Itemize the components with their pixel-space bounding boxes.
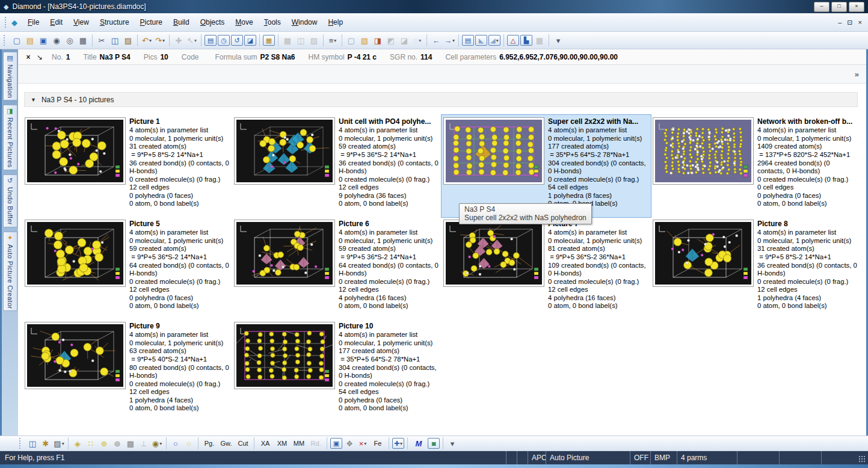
- picture-viewer-icon[interactable]: ▨▾: [53, 438, 65, 449]
- next-picture-icon[interactable]: →▾: [443, 35, 455, 46]
- copy-picture-icon[interactable]: ◨: [372, 35, 384, 46]
- spectrum-view-icon[interactable]: ▙: [520, 35, 532, 46]
- toolbar-grip[interactable]: [19, 438, 22, 449]
- goto-row-icon[interactable]: ↘: [34, 53, 46, 61]
- sidebar-tab-auto-picture-creator[interactable]: ✦Auto Picture Creator: [3, 232, 17, 312]
- powder-pattern-icon[interactable]: △: [507, 35, 519, 46]
- sidebar-tab-recent-pictures[interactable]: ◨Recent Pictures: [3, 105, 17, 170]
- coordination-tool-dropdown-icon[interactable]: ▾: [159, 441, 162, 446]
- toolbar-overflow-icon[interactable]: ▾: [552, 35, 564, 46]
- picture-item-6[interactable]: Picture 64 atom(s) in parameter list0 mo…: [232, 217, 442, 319]
- navigation-pane-icon[interactable]: ▤: [205, 35, 217, 46]
- polyhedra-tool-icon[interactable]: ◈: [72, 438, 84, 449]
- sidebar-tab-navigation[interactable]: ▤Navigation: [3, 52, 17, 100]
- maximize-button[interactable]: □: [831, 2, 847, 12]
- new-picture-icon[interactable]: ▧: [359, 35, 371, 46]
- atom-query-tool-icon[interactable]: ⊚: [111, 438, 123, 449]
- collapse-arrow-icon[interactable]: ▼: [31, 97, 36, 103]
- picture-item-9[interactable]: Picture 94 atom(s) in parameter list0 mo…: [23, 319, 232, 422]
- menu-build[interactable]: Build: [168, 16, 195, 28]
- menu-tools[interactable]: Tools: [259, 16, 286, 28]
- orientation-tool-icon[interactable]: ❖: [343, 438, 356, 449]
- split-view-2-dropdown-icon[interactable]: ▾: [496, 38, 499, 43]
- picture-history-dropdown-icon[interactable]: ▾: [419, 38, 421, 43]
- split-view-2-icon[interactable]: ◢▾: [488, 35, 500, 46]
- table-pane-icon[interactable]: ▦: [263, 35, 275, 46]
- xm-button-button[interactable]: XM: [274, 438, 290, 449]
- menu-window[interactable]: Window: [286, 16, 323, 28]
- report-view-icon[interactable]: ▤: [462, 35, 474, 46]
- menu-view[interactable]: View: [68, 16, 94, 28]
- picture-pane-icon[interactable]: ◪: [244, 35, 256, 46]
- menu-picture[interactable]: Picture: [135, 16, 168, 28]
- picture-thumbnail[interactable]: [443, 117, 544, 185]
- menubar-grip[interactable]: [5, 17, 8, 28]
- menu-help[interactable]: Help: [322, 16, 348, 28]
- print-icon[interactable]: ▦: [77, 35, 89, 46]
- menu-structure[interactable]: Structure: [94, 16, 135, 28]
- previous-picture-icon[interactable]: ←: [430, 35, 442, 46]
- find-icon[interactable]: ◉: [51, 35, 63, 46]
- picture-wizard-icon[interactable]: ✱: [40, 438, 52, 449]
- resize-grip[interactable]: [858, 455, 866, 463]
- redo-dropdown-icon[interactable]: ▾: [162, 38, 165, 43]
- picture-viewer-dropdown-icon[interactable]: ▾: [62, 441, 64, 446]
- list-options-icon[interactable]: ≡▾: [327, 35, 339, 46]
- menu-file[interactable]: File: [22, 16, 45, 28]
- gw-button-button[interactable]: Gw.: [218, 438, 234, 449]
- pan-view-tool-dropdown-icon[interactable]: ▾: [400, 441, 402, 446]
- picture-thumbnail[interactable]: [443, 220, 544, 287]
- picture-item-2[interactable]: Unit cell with PO4 polyhe...4 atom(s) in…: [232, 115, 442, 217]
- redo-icon[interactable]: ↷▾: [154, 35, 166, 46]
- m-mode-button-button[interactable]: M: [411, 438, 426, 449]
- hexagon-blue-tool-icon[interactable]: ○: [170, 438, 182, 449]
- menu-move[interactable]: Move: [230, 16, 258, 28]
- next-picture-dropdown-icon[interactable]: ▾: [452, 38, 455, 43]
- picture-thumbnail[interactable]: [25, 220, 126, 287]
- expand-chevron-icon[interactable]: »: [855, 70, 859, 79]
- cut-icon[interactable]: ✂: [96, 35, 108, 46]
- picture-item-8[interactable]: Picture 84 atom(s) in parameter list0 mo…: [651, 217, 860, 319]
- pg-button-button[interactable]: Pg.: [202, 438, 217, 449]
- pan-view-tool-icon[interactable]: ✚▾: [392, 438, 404, 449]
- menu-edit[interactable]: Edit: [45, 16, 68, 28]
- minimize-button[interactable]: –: [814, 2, 830, 12]
- picture-thumbnail[interactable]: [234, 220, 335, 287]
- coordination-tool-icon[interactable]: ◉▾: [151, 438, 163, 449]
- undo-dropdown-icon[interactable]: ▾: [149, 38, 152, 43]
- menu-objects[interactable]: Objects: [195, 16, 230, 28]
- xa-button-button[interactable]: XA: [257, 438, 273, 449]
- new-document-icon[interactable]: ▢: [11, 35, 23, 46]
- sidebar-tab-undo-buffer[interactable]: ↺Undo Buffer: [3, 174, 17, 227]
- picture-thumbnail[interactable]: [653, 117, 754, 185]
- delete-tool-icon[interactable]: ×▾: [357, 438, 369, 449]
- picture-thumbnail[interactable]: [25, 117, 126, 185]
- picture-thumbnail[interactable]: [653, 220, 754, 287]
- blank-picture-icon[interactable]: ▢: [345, 35, 357, 46]
- undo-icon[interactable]: ↶▾: [141, 35, 153, 46]
- picture-export-icon[interactable]: ◫: [26, 438, 38, 449]
- picture-thumbnail[interactable]: [234, 322, 335, 389]
- list-options-dropdown-icon[interactable]: ▾: [334, 38, 336, 43]
- render-picture-tool-icon[interactable]: ◙: [428, 438, 440, 449]
- paste-icon[interactable]: ▨: [122, 35, 134, 46]
- picture-item-7[interactable]: Picture 74 atom(s) in parameter list0 mo…: [442, 217, 651, 319]
- structure-section-header[interactable]: ▼ Na3 P S4 - 10 pictures: [24, 92, 858, 107]
- hexagon-yellow-tool-icon[interactable]: ○: [183, 438, 195, 449]
- picture-thumbnail[interactable]: [234, 117, 335, 185]
- lattice-tool-icon[interactable]: ▩: [125, 438, 137, 449]
- atom-group-tool-icon[interactable]: ∷: [85, 438, 97, 449]
- save-icon[interactable]: ▣: [37, 35, 49, 46]
- delete-tool-dropdown-icon[interactable]: ▾: [364, 441, 366, 446]
- split-view-1-icon[interactable]: ◣: [475, 35, 487, 46]
- select-mode-dropdown-icon[interactable]: ▾: [194, 38, 197, 43]
- toolbar-grip[interactable]: [4, 35, 7, 46]
- picture-item-4[interactable]: Network with broken-off b...4 atom(s) in…: [651, 115, 860, 217]
- unit-cell-tool-icon[interactable]: ▣: [330, 438, 342, 449]
- recent-pictures-pane-icon[interactable]: ◷: [218, 35, 230, 46]
- child-restore-button[interactable]: ⊡: [847, 19, 852, 26]
- open-file-icon[interactable]: ▤: [24, 35, 36, 46]
- picture-item-3[interactable]: Super cell 2x2x2 with Na...4 atom(s) in …: [442, 115, 651, 217]
- toolbar-overflow-icon[interactable]: ▾: [446, 438, 458, 449]
- cut-bonds-button-button[interactable]: Cut: [235, 438, 251, 449]
